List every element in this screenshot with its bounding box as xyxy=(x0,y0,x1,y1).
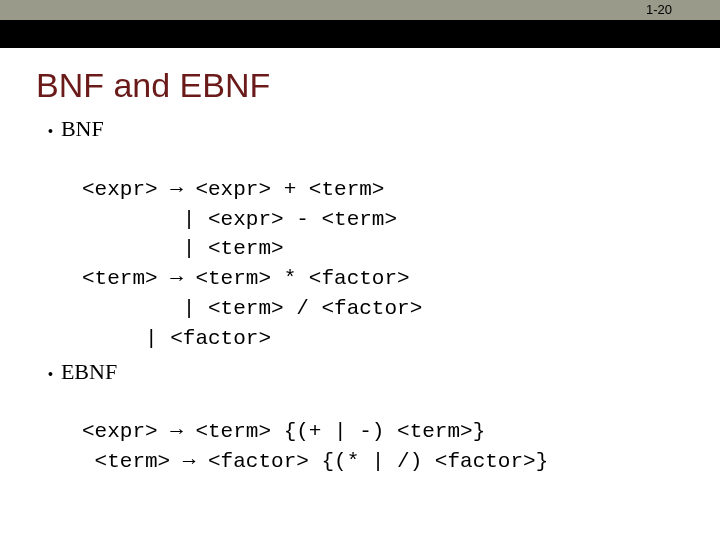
bnf-line-2: | <expr> - <term> xyxy=(82,208,397,231)
bullet-label-ebnf: EBNF xyxy=(61,356,117,388)
ebnf-line-1: <expr> → <term> {(+ | -) <term>} xyxy=(82,420,485,443)
slide-title: BNF and EBNF xyxy=(36,66,720,105)
bnf-line-4: <term> → <term> * <factor> xyxy=(82,267,410,290)
header-band: 1-20 xyxy=(0,0,720,48)
page-number: 1-20 xyxy=(646,2,672,17)
bnf-line-6: | <factor> xyxy=(82,327,271,350)
ebnf-line-2: <term> → <factor> {(* | /) <factor>} xyxy=(82,450,548,473)
bullet-ebnf: • EBNF xyxy=(48,356,700,388)
header-black-stripe xyxy=(0,20,720,48)
bullet-dot-icon: • xyxy=(48,363,53,385)
content-area: • BNF <expr> → <expr> + <term> | <expr> … xyxy=(48,113,700,477)
bullet-dot-icon: • xyxy=(48,120,53,142)
bullet-bnf: • BNF xyxy=(48,113,700,145)
bnf-line-1: <expr> → <expr> + <term> xyxy=(82,178,384,201)
bnf-line-3: | <term> xyxy=(82,237,284,260)
bnf-grammar-block: <expr> → <expr> + <term> | <expr> - <ter… xyxy=(82,145,700,354)
ebnf-grammar-block: <expr> → <term> {(+ | -) <term>} <term> … xyxy=(82,387,700,476)
bnf-line-5: | <term> / <factor> xyxy=(82,297,422,320)
bullet-label-bnf: BNF xyxy=(61,113,104,145)
